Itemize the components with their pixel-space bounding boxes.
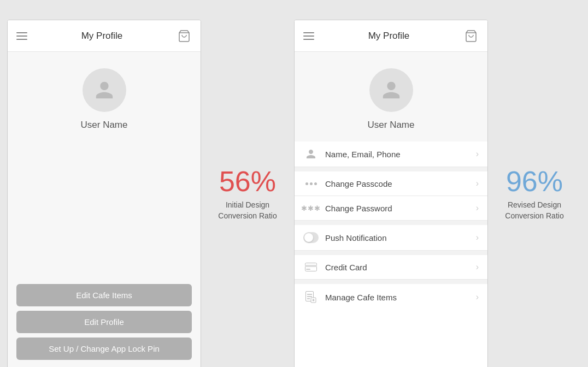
chevron-right-icon-3: › — [476, 233, 479, 242]
left-phone: My Profile User Name Edit Cafe Items Edi… — [7, 20, 201, 367]
right-header-title: My Profile — [368, 31, 410, 42]
svg-rect-4 — [306, 269, 310, 270]
chevron-right-icon-2: › — [476, 203, 479, 213]
left-header-title: My Profile — [81, 31, 123, 42]
right-avatar-icon — [381, 80, 402, 100]
change-password-label: Change Password — [325, 204, 476, 213]
password-stars-icon: ✱✱✱ — [303, 204, 319, 212]
person-icon — [303, 149, 319, 159]
right-cart-icon[interactable] — [463, 28, 479, 44]
divider-2 — [295, 221, 487, 225]
set-up-lock-pin-button[interactable]: Set Up / Change App Lock Pin — [16, 338, 192, 360]
left-stat-label: Initial DesignConversion Ratio — [218, 200, 277, 221]
manage-cafe-items-item[interactable]: Manage Cafe Items › — [295, 284, 487, 310]
right-profile-section: User Name — [295, 52, 487, 141]
right-user-name: User Name — [368, 120, 415, 131]
divider-4 — [295, 280, 487, 284]
credit-card-icon — [303, 263, 319, 271]
divider-3 — [295, 251, 487, 255]
user-icon — [305, 149, 316, 159]
edit-profile-button[interactable]: Edit Profile — [16, 311, 192, 333]
left-avatar-icon — [94, 80, 115, 100]
manage-icon — [303, 291, 319, 303]
right-stats-panel: 96% Revised DesignConversion Ratio — [488, 156, 581, 232]
left-empty-area — [8, 141, 201, 277]
divider-1 — [295, 167, 487, 171]
stars-icon: ✱✱✱ — [301, 204, 321, 212]
manage-svg — [305, 291, 316, 303]
right-phone: My Profile User Name — [294, 20, 488, 367]
name-email-phone-item[interactable]: Name, Email, Phone › — [295, 141, 487, 167]
chevron-right-icon-0: › — [476, 149, 479, 159]
edit-cafe-items-button[interactable]: Edit Cafe Items — [16, 284, 192, 306]
chevron-right-icon-4: › — [476, 262, 479, 272]
left-stat-percentage: 56% — [219, 167, 276, 196]
credit-card-svg — [305, 263, 317, 271]
left-stats-panel: 56% Initial DesignConversion Ratio — [201, 156, 294, 232]
chevron-right-icon-5: › — [476, 292, 479, 302]
credit-card-label: Credit Card — [325, 263, 476, 272]
push-notification-label: Push Notification — [325, 233, 476, 242]
toggle-icon — [303, 232, 319, 243]
left-profile-section: User Name — [8, 52, 201, 141]
left-buttons-section: Edit Cafe Items Edit Profile Set Up / Ch… — [8, 277, 201, 367]
push-notification-item[interactable]: Push Notification › — [295, 225, 487, 251]
credit-card-item[interactable]: Credit Card › — [295, 255, 487, 280]
right-phone-header: My Profile — [295, 20, 487, 52]
manage-cafe-items-label: Manage Cafe Items — [325, 293, 476, 302]
right-avatar — [369, 68, 413, 112]
right-stat-label: Revised DesignConversion Ratio — [505, 200, 563, 221]
change-passcode-item[interactable]: Change Passcode › — [295, 171, 487, 196]
left-user-name: User Name — [81, 120, 128, 131]
hamburger-menu-icon[interactable] — [16, 32, 27, 40]
left-phone-header: My Profile — [8, 20, 201, 52]
change-password-item[interactable]: ✱✱✱ Change Password › — [295, 196, 487, 221]
left-avatar — [83, 68, 126, 112]
change-passcode-label: Change Passcode — [325, 179, 476, 188]
svg-rect-3 — [305, 265, 317, 267]
right-stat-percentage: 96% — [506, 167, 563, 196]
name-email-phone-label: Name, Email, Phone — [325, 150, 476, 159]
passcode-dots-icon — [303, 182, 319, 185]
chevron-right-icon-1: › — [476, 179, 479, 188]
right-hamburger-menu-icon[interactable] — [303, 32, 314, 40]
right-menu-list: Name, Email, Phone › Change Passcode › ✱… — [295, 141, 487, 367]
cart-icon[interactable] — [177, 28, 192, 44]
dots-icon — [305, 182, 317, 185]
toggle-switch[interactable] — [303, 232, 319, 243]
